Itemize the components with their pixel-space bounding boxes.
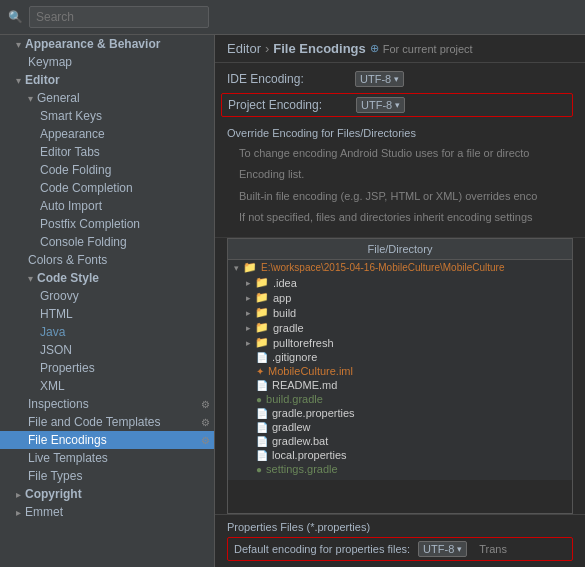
override-encoding-label: Override Encoding for Files/Directories — [227, 123, 573, 143]
ide-encoding-row: IDE Encoding: UTF-8 ▾ — [227, 71, 573, 87]
file-row-build-gradle[interactable]: ● build.gradle — [228, 392, 572, 406]
sidebar-item-label: Live Templates — [28, 451, 108, 465]
arrow-down-icon — [28, 93, 33, 104]
arrow-right-icon: ▸ — [246, 308, 251, 318]
sidebar-item-label: Emmet — [25, 505, 63, 519]
folder-icon: 📁 — [243, 261, 257, 274]
arrow-right-icon: ▸ — [246, 293, 251, 303]
sidebar-item-label: Properties — [40, 361, 95, 375]
sidebar-item-json[interactable]: JSON — [0, 341, 214, 359]
default-encoding-value: UTF-8 — [423, 543, 454, 555]
dropdown-icon: ▾ — [395, 100, 400, 110]
file-row-settings-gradle[interactable]: ● settings.gradle — [228, 462, 572, 476]
sidebar-item-file-encodings[interactable]: File Encodings ⚙ — [0, 431, 214, 449]
sidebar-item-appearance[interactable]: Appearance — [0, 125, 214, 143]
sidebar-item-label: Keymap — [28, 55, 72, 69]
dropdown-icon: ▾ — [457, 544, 462, 554]
sidebar-item-label: XML — [40, 379, 65, 393]
folder-icon: 📁 — [255, 306, 269, 319]
sidebar-item-smart-keys[interactable]: Smart Keys — [0, 107, 214, 125]
sidebar-item-file-types[interactable]: File Types — [0, 467, 214, 485]
arrow-right-icon: ▸ — [246, 323, 251, 333]
sidebar-item-label: Inspections — [28, 397, 89, 411]
file-row-local-properties[interactable]: 📄 local.properties — [228, 448, 572, 462]
file-name-gitignore: .gitignore — [272, 351, 317, 363]
sidebar-item-xml[interactable]: XML — [0, 377, 214, 395]
file-row-build[interactable]: ▸ 📁 build — [228, 305, 572, 320]
sidebar-item-appearance-behavior[interactable]: Appearance & Behavior — [0, 35, 214, 53]
sidebar-item-postfix-completion[interactable]: Postfix Completion — [0, 215, 214, 233]
file-row-pulltorefresh[interactable]: ▸ 📁 pulltorefresh — [228, 335, 572, 350]
sidebar-item-emmet[interactable]: Emmet — [0, 503, 214, 521]
sidebar: Appearance & Behavior Keymap Editor Gene… — [0, 35, 215, 567]
encoding-icon: ⊕ — [370, 42, 379, 55]
file-name-iml: MobileCulture.iml — [268, 365, 353, 377]
arrow-right-icon: ▸ — [246, 278, 251, 288]
sidebar-item-console-folding[interactable]: Console Folding — [0, 233, 214, 251]
content-area: Editor › File Encodings ⊕ For current pr… — [215, 35, 585, 567]
search-input[interactable] — [29, 6, 209, 28]
properties-files-label: Properties Files (*.properties) — [227, 521, 573, 533]
file-name-gradle-properties: gradle.properties — [272, 407, 355, 419]
sidebar-item-label: File Types — [28, 469, 82, 483]
project-encoding-select[interactable]: UTF-8 ▾ — [356, 97, 405, 113]
sidebar-item-general[interactable]: General — [0, 89, 214, 107]
sidebar-item-keymap[interactable]: Keymap — [0, 53, 214, 71]
sidebar-item-code-folding[interactable]: Code Folding — [0, 161, 214, 179]
file-table-body[interactable]: ▾ 📁 E:\workspace\2015-04-16-MobileCultur… — [228, 260, 572, 480]
file-row-idea[interactable]: ▸ 📁 .idea — [228, 275, 572, 290]
breadcrumb-separator: › — [265, 41, 269, 56]
sidebar-item-colors-fonts[interactable]: Colors & Fonts — [0, 251, 214, 269]
sidebar-item-file-code-templates[interactable]: File and Code Templates ⚙ — [0, 413, 214, 431]
arrow-right-icon — [16, 489, 21, 500]
file-row-iml[interactable]: ✦ MobileCulture.iml — [228, 364, 572, 378]
dropdown-icon: ▾ — [394, 74, 399, 84]
default-encoding-select[interactable]: UTF-8 ▾ — [418, 541, 467, 557]
file-row-readme[interactable]: 📄 README.md — [228, 378, 572, 392]
file-row-app[interactable]: ▸ 📁 app — [228, 290, 572, 305]
file-row-gitignore[interactable]: 📄 .gitignore — [228, 350, 572, 364]
sidebar-item-live-templates[interactable]: Live Templates — [0, 449, 214, 467]
sidebar-item-label: File and Code Templates — [28, 415, 161, 429]
sidebar-item-java[interactable]: Java — [0, 323, 214, 341]
description-4: If not specified, files and directories … — [227, 209, 573, 230]
sidebar-item-auto-import[interactable]: Auto Import — [0, 197, 214, 215]
ide-encoding-select[interactable]: UTF-8 ▾ — [355, 71, 404, 87]
sidebar-item-code-completion[interactable]: Code Completion — [0, 179, 214, 197]
sidebar-item-label: Groovy — [40, 289, 79, 303]
file-name-local-properties: local.properties — [272, 449, 347, 461]
folder-icon: 📁 — [255, 321, 269, 334]
sidebar-item-groovy[interactable]: Groovy — [0, 287, 214, 305]
content-subtitle: For current project — [383, 43, 473, 55]
main-area: Appearance & Behavior Keymap Editor Gene… — [0, 35, 585, 567]
sidebar-item-editor-tabs[interactable]: Editor Tabs — [0, 143, 214, 161]
file-row-gradle-properties[interactable]: 📄 gradle.properties — [228, 406, 572, 420]
gear-icon: ⚙ — [201, 399, 210, 410]
sidebar-item-label: Java — [40, 325, 65, 339]
arrow-right-icon — [16, 507, 21, 518]
sidebar-item-properties[interactable]: Properties — [0, 359, 214, 377]
sidebar-item-label: Auto Import — [40, 199, 102, 213]
file-icon: 📄 — [256, 422, 268, 433]
gear-icon: ⚙ — [201, 417, 210, 428]
file-name-app: app — [273, 292, 291, 304]
sidebar-item-label: Colors & Fonts — [28, 253, 107, 267]
sidebar-item-inspections[interactable]: Inspections ⚙ — [0, 395, 214, 413]
sidebar-item-editor[interactable]: Editor — [0, 71, 214, 89]
file-icon: 📄 — [256, 436, 268, 447]
sidebar-item-code-style[interactable]: Code Style — [0, 269, 214, 287]
sidebar-item-label: Appearance & Behavior — [25, 37, 160, 51]
sidebar-item-copyright[interactable]: Copyright — [0, 485, 214, 503]
file-row-gradlew-bat[interactable]: 📄 gradlew.bat — [228, 434, 572, 448]
sidebar-item-label: Copyright — [25, 487, 82, 501]
file-row-root[interactable]: ▾ 📁 E:\workspace\2015-04-16-MobileCultur… — [228, 260, 572, 275]
sidebar-item-html[interactable]: HTML — [0, 305, 214, 323]
breadcrumb-editor: Editor — [227, 41, 261, 56]
ide-encoding-value: UTF-8 — [360, 73, 391, 85]
file-row-gradle[interactable]: ▸ 📁 gradle — [228, 320, 572, 335]
folder-icon: 📁 — [255, 276, 269, 289]
sidebar-item-label: Console Folding — [40, 235, 127, 249]
file-row-gradlew[interactable]: 📄 gradlew — [228, 420, 572, 434]
file-name-idea: .idea — [273, 277, 297, 289]
file-name-build: build — [273, 307, 296, 319]
